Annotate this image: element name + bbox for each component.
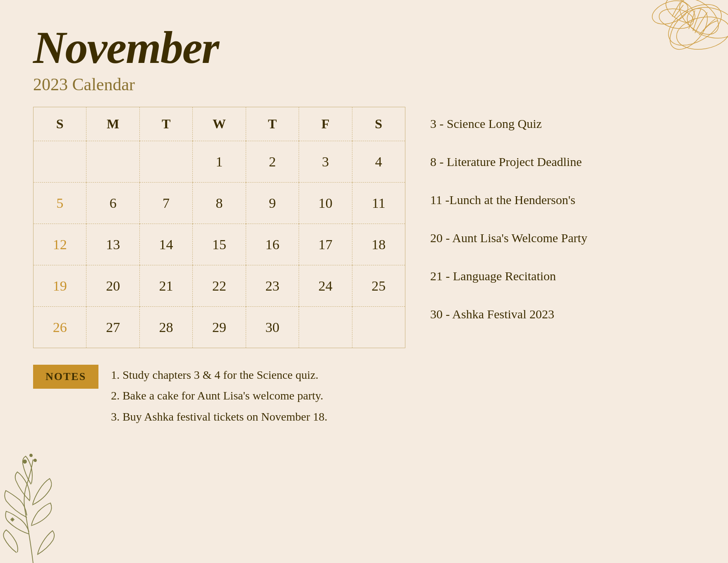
calendar-day-3-4: 23 — [246, 265, 299, 307]
calendar-day-3-3: 22 — [193, 265, 246, 307]
svg-point-9 — [30, 454, 32, 457]
event-item-3: 20 - Aunt Lisa's Welcome Party — [430, 229, 695, 247]
calendar-week-2: 12131415161718 — [34, 224, 405, 265]
note-item-1: 1. Study chapters 3 & 4 for the Science … — [111, 365, 327, 385]
calendar-week-3: 19202122232425 — [34, 265, 405, 307]
calendar-day-3-5: 24 — [299, 265, 352, 307]
calendar-day-2-6: 18 — [352, 224, 405, 265]
svg-line-14 — [11, 518, 14, 521]
month-title: November — [33, 25, 695, 70]
day-header-tue: T — [139, 107, 192, 141]
calendar-day-1-3: 8 — [193, 183, 246, 224]
calendar-day-1-5: 10 — [299, 183, 352, 224]
calendar-day-1-0: 5 — [34, 183, 86, 224]
year-subtitle: 2023 Calendar — [33, 75, 695, 94]
calendar-day-0-4: 2 — [246, 141, 299, 183]
calendar-week-4: 2627282930 — [34, 307, 405, 348]
event-item-2: 11 -Lunch at the Henderson's — [430, 191, 695, 209]
calendar-day-3-1: 20 — [86, 265, 139, 307]
calendar-day-4-6 — [352, 307, 405, 348]
calendar-day-0-6: 4 — [352, 141, 405, 183]
events-section: 3 - Science Long Quiz 8 - Literature Pro… — [430, 107, 695, 344]
calendar-day-2-0: 12 — [34, 224, 86, 265]
calendar-day-2-5: 17 — [299, 224, 352, 265]
note-item-3: 3. Buy Ashka festival tickets on Novembe… — [111, 407, 327, 427]
calendar-day-1-6: 11 — [352, 183, 405, 224]
calendar-body: 1234567891011121314151617181920212223242… — [34, 141, 405, 348]
day-header-sat: S — [352, 107, 405, 141]
day-header-sun: S — [34, 107, 86, 141]
svg-point-8 — [23, 460, 26, 463]
day-header-thu: T — [246, 107, 299, 141]
svg-point-5 — [649, 0, 691, 29]
day-header-wed: W — [193, 107, 246, 141]
calendar-day-0-5: 3 — [299, 141, 352, 183]
svg-point-10 — [34, 459, 36, 462]
notes-content: 1. Study chapters 3 & 4 for the Science … — [111, 365, 327, 427]
calendar-day-2-2: 14 — [139, 224, 192, 265]
calendar-day-4-4: 30 — [246, 307, 299, 348]
notes-section: NOTES 1. Study chapters 3 & 4 for the Sc… — [33, 365, 405, 427]
day-header-fri: F — [299, 107, 352, 141]
notes-label: NOTES — [33, 365, 98, 389]
calendar-day-3-2: 21 — [139, 265, 192, 307]
day-header-mon: M — [86, 107, 139, 141]
calendar-day-2-3: 15 — [193, 224, 246, 265]
event-item-4: 21 - Language Recitation — [430, 267, 695, 285]
svg-line-13 — [11, 518, 14, 521]
calendar-section: S M T W T F S 12345678910111213141516171… — [33, 107, 405, 427]
calendar-day-0-3: 1 — [193, 141, 246, 183]
calendar-day-0-1 — [86, 141, 139, 183]
calendar-day-1-4: 9 — [246, 183, 299, 224]
calendar-day-3-6: 25 — [352, 265, 405, 307]
calendar-day-1-1: 6 — [86, 183, 139, 224]
svg-point-7 — [662, 0, 699, 27]
calendar-day-3-0: 19 — [34, 265, 86, 307]
event-item-5: 30 - Ashka Festival 2023 — [430, 306, 695, 323]
calendar-week-1: 567891011 — [34, 183, 405, 224]
calendar-day-4-5 — [299, 307, 352, 348]
page-container: November 2023 Calendar S M T W T F S — [0, 0, 728, 563]
calendar-day-2-4: 16 — [246, 224, 299, 265]
header-section: November 2023 Calendar — [33, 25, 695, 94]
main-content: S M T W T F S 12345678910111213141516171… — [33, 107, 695, 427]
note-item-2: 2. Bake a cake for Aunt Lisa's welcome p… — [111, 385, 327, 406]
calendar-day-0-2 — [139, 141, 192, 183]
calendar-day-4-3: 29 — [193, 307, 246, 348]
calendar-day-0-0 — [34, 141, 86, 183]
event-item-1: 8 - Literature Project Deadline — [430, 153, 695, 171]
plant-decoration-bottom-left — [0, 431, 83, 563]
calendar-day-4-2: 28 — [139, 307, 192, 348]
calendar-day-1-2: 7 — [139, 183, 192, 224]
calendar-week-0: 1234 — [34, 141, 405, 183]
calendar-day-4-0: 26 — [34, 307, 86, 348]
calendar-table: S M T W T F S 12345678910111213141516171… — [33, 107, 405, 348]
event-item-0: 3 - Science Long Quiz — [430, 115, 695, 132]
calendar-header-row: S M T W T F S — [34, 107, 405, 141]
calendar-day-2-1: 13 — [86, 224, 139, 265]
calendar-day-4-1: 27 — [86, 307, 139, 348]
